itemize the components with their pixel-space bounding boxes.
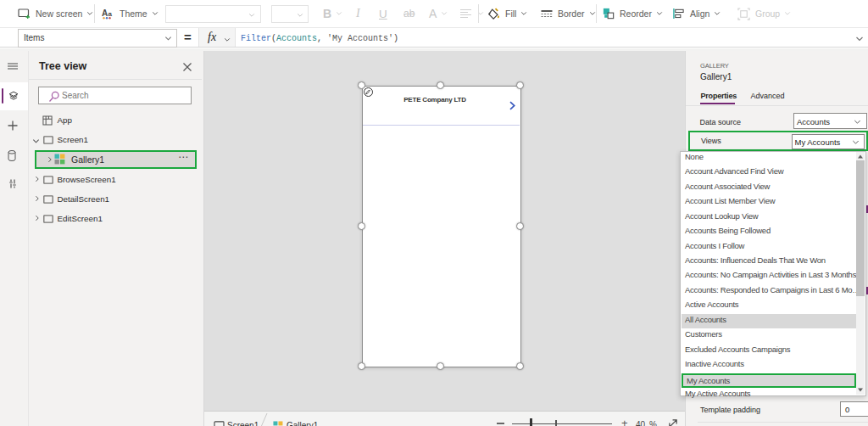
svg-text:a: a	[108, 10, 113, 18]
svg-text:A: A	[102, 8, 108, 18]
